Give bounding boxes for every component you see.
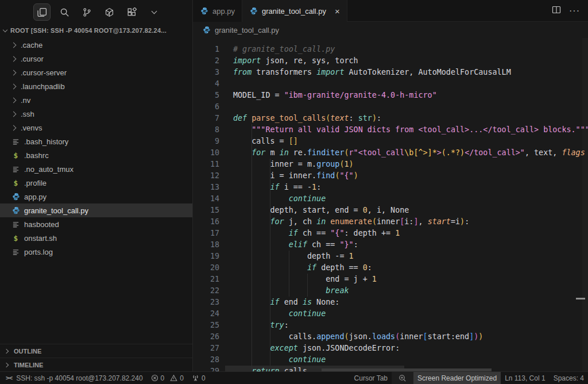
tree-item-label: .cache: [21, 41, 42, 49]
code-line-28[interactable]: 28 continue: [193, 354, 588, 366]
ports-count: 0: [202, 374, 206, 382]
split-editor-icon[interactable]: [552, 5, 561, 17]
code-line-19[interactable]: 19 depth -= 1: [193, 251, 588, 262]
tree-item-label: ports.log: [24, 248, 53, 256]
line-number: 9: [193, 136, 219, 147]
tree-item--venvs[interactable]: .venvs: [0, 121, 192, 135]
code-line-8[interactable]: 8 """Return all valid JSON dicts from <t…: [193, 124, 588, 136]
code-line-23[interactable]: 23 if end is None:: [193, 297, 588, 308]
line-number: 7: [193, 113, 219, 124]
code-line-26[interactable]: 26 calls.append(json.loads(inner[start:e…: [193, 331, 588, 343]
line-number: 16: [193, 216, 219, 228]
screen-reader-status[interactable]: Screen Reader Optimized: [413, 372, 501, 384]
tree-item--ssh[interactable]: .ssh: [0, 107, 192, 121]
code-line-11[interactable]: 11 inner = m.group(1): [193, 159, 588, 170]
code-line-25[interactable]: 25 try:: [193, 320, 588, 331]
ports-status[interactable]: 0: [188, 372, 210, 384]
problems-status[interactable]: 0 0: [147, 372, 188, 384]
code-editor[interactable]: 1# granite_tool_call.py2import json, re,…: [193, 38, 588, 371]
tree-item-label: .launchpadlib: [21, 82, 65, 91]
code-line-14[interactable]: 14 continue: [193, 193, 588, 205]
warning-icon: [170, 374, 177, 382]
code-text: if depth == 0:: [233, 263, 372, 272]
code-line-1[interactable]: 1# granite_tool_call.py: [193, 44, 588, 55]
code-line-16[interactable]: 16 for j, ch in enumerate(inner[i:], sta…: [193, 216, 588, 228]
chevron-right-icon: [4, 348, 9, 353]
tree-item--launchpadlib[interactable]: .launchpadlib: [0, 79, 192, 93]
tab-granite-tool-call-py[interactable]: granite_tool_call.py ×: [242, 0, 347, 22]
vertical-scrollbar[interactable]: [582, 38, 588, 371]
tree-item--bashrc[interactable]: $.bashrc: [0, 148, 192, 162]
tree-item-granite-tool-call-py[interactable]: granite_tool_call.py: [0, 203, 192, 217]
code-line-13[interactable]: 13 if i == -1:: [193, 182, 588, 193]
code-line-9[interactable]: 9 calls = []: [193, 136, 588, 147]
code-line-22[interactable]: 22 break: [193, 285, 588, 297]
folder-chevron-icon: [11, 70, 17, 75]
extensions-icon[interactable]: [123, 3, 140, 21]
code-text: continue: [233, 309, 326, 318]
line-number: 19: [193, 251, 219, 262]
python-icon: [11, 193, 20, 201]
chevron-right-icon: [4, 362, 9, 367]
code-text: try:: [233, 321, 289, 329]
outline-section-header[interactable]: OUTLINE: [0, 344, 192, 358]
tree-item--cursor[interactable]: .cursor: [0, 52, 192, 66]
tree-item-hasbooted[interactable]: hasbooted: [0, 217, 192, 231]
sidebar: ROOT [SSH: SSH -P 40054 ROOT@173.207.82.…: [0, 0, 193, 371]
source-control-icon[interactable]: [78, 3, 95, 21]
code-line-15[interactable]: 15 depth, start, end = 0, i, None: [193, 205, 588, 216]
tree-item--cursor-server[interactable]: .cursor-server: [0, 66, 192, 79]
code-line-2[interactable]: 2import json, re, sys, torch: [193, 55, 588, 67]
code-line-18[interactable]: 18 elif ch == "}":: [193, 239, 588, 251]
code-line-12[interactable]: 12 i = inner.find("{"): [193, 170, 588, 182]
breadcrumb[interactable]: granite_tool_call.py: [193, 22, 588, 38]
code-line-24[interactable]: 24 continue: [193, 308, 588, 320]
tree-item--no-auto-tmux[interactable]: .no_auto_tmux: [0, 162, 192, 176]
code-line-7[interactable]: 7def parse_tool_calls(text: str):: [193, 113, 588, 124]
tab-app-py[interactable]: app.py: [193, 0, 242, 22]
tree-item--bash-history[interactable]: .bash_history: [0, 135, 192, 148]
remote-indicator-icon[interactable]: ><: [0, 374, 12, 382]
close-icon[interactable]: ×: [335, 7, 340, 16]
code-line-6[interactable]: 6: [193, 101, 588, 113]
cursor-tab-status[interactable]: Cursor Tab: [350, 372, 392, 384]
tab-bar: app.py granite_tool_call.py × ···: [193, 0, 588, 22]
code-line-5[interactable]: 5MODEL_ID = "ibm-granite/granite-4.0-h-m…: [193, 90, 588, 101]
code-text: depth, start, end = 0, i, None: [233, 206, 409, 214]
line-number: 2: [193, 55, 219, 67]
explorer-icon[interactable]: [33, 3, 51, 21]
code-text: # granite_tool_call.py: [233, 45, 335, 53]
code-line-17[interactable]: 17 if ch == "{": depth += 1: [193, 228, 588, 239]
indentation-status[interactable]: Spaces: 4: [550, 372, 588, 384]
folder-chevron-icon: [11, 56, 17, 62]
code-line-20[interactable]: 20 if depth == 0:: [193, 262, 588, 274]
folder-chevron-icon: [11, 111, 17, 117]
tree-item-onstart-sh[interactable]: $onstart.sh: [0, 231, 192, 245]
code-text: import json, re, sys, torch: [233, 56, 358, 65]
code-text: depth -= 1: [233, 252, 354, 260]
tree-item--profile[interactable]: $.profile: [0, 176, 192, 190]
code-line-4[interactable]: 4: [193, 78, 588, 90]
more-actions-icon[interactable]: ···: [569, 6, 580, 16]
tree-item--cache[interactable]: .cache: [0, 38, 192, 52]
code-line-27[interactable]: 27 except json.JSONDecodeError:: [193, 343, 588, 354]
search-icon[interactable]: [56, 3, 73, 21]
tree-item-ports-log[interactable]: ports.log: [0, 245, 192, 259]
remote-status[interactable]: SSH: ssh -p 40054 root@173.207.82.240: [12, 372, 146, 384]
line-col-status[interactable]: Ln 113, Col 1: [501, 372, 550, 384]
code-line-10[interactable]: 10 for m in re.finditer(r"<tool_call\b[^…: [193, 147, 588, 159]
remote-explorer-cube-icon[interactable]: [100, 3, 118, 21]
timeline-section-header[interactable]: TIMELINE: [0, 358, 192, 371]
code-line-3[interactable]: 3from transformers import AutoTokenizer,…: [193, 67, 588, 78]
remote-label: SSH: ssh -p 40054 root@173.207.82.240: [16, 374, 142, 382]
zoom-status[interactable]: [392, 372, 413, 384]
explorer-section-header[interactable]: ROOT [SSH: SSH -P 40054 ROOT@173.207.82.…: [0, 24, 192, 37]
more-views-chevron-icon[interactable]: [145, 3, 163, 21]
code-line-21[interactable]: 21 end = j + 1: [193, 274, 588, 285]
tree-item--nv[interactable]: .nv: [0, 93, 192, 107]
workspace-title: ROOT [SSH: SSH -P 40054 ROOT@173.207.82.…: [10, 27, 167, 34]
tree-item-app-py[interactable]: app.py: [0, 190, 192, 203]
tree-item-label: onstart.sh: [24, 234, 57, 243]
shell-icon: $: [11, 234, 20, 243]
radio-tower-icon: [192, 374, 199, 382]
